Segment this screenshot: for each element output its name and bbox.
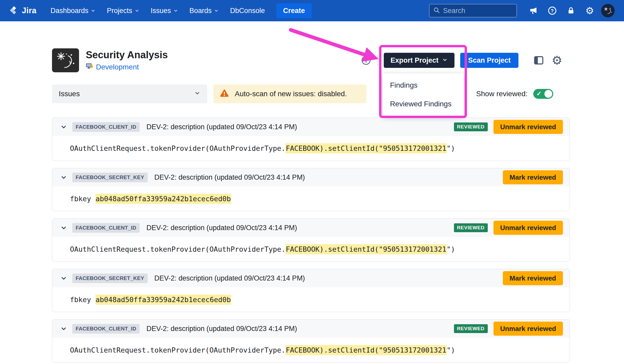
finding-title: DEV-2: description (updated 09/Oct/23 4:… <box>154 173 305 181</box>
controls-row: Issues Auto-scan of new issues: disabled… <box>52 84 570 103</box>
finding-card: FACEBOOK_CLIENT_ID DEV-2: description (u… <box>52 218 570 262</box>
finding-header: FACEBOOK_SECRET_KEY DEV-2: description (… <box>52 168 570 186</box>
finding-type-badge: FACEBOOK_SECRET_KEY <box>72 274 148 283</box>
nav-item-label: Projects <box>107 7 132 15</box>
finding-card: FACEBOOK_CLIENT_ID DEV-2: description (u… <box>52 118 570 161</box>
search-input[interactable] <box>443 7 513 15</box>
finding-header: FACEBOOK_CLIENT_ID DEV-2: description (u… <box>52 320 570 338</box>
header-actions: Export Project Findings Reviewed Finding… <box>360 53 570 68</box>
title-block: Security Analysis Development <box>86 49 168 72</box>
lock-icon[interactable] <box>564 3 578 18</box>
dropdown-item-findings[interactable]: Findings <box>383 76 464 95</box>
check-icon: ✓ <box>536 90 542 97</box>
nav-item-label: Dashboards <box>50 7 88 15</box>
show-reviewed-toggle[interactable]: ✓ <box>533 89 553 99</box>
finding-code: fbkey ab048ad50ffa33959a242b1ecec6ed0b <box>52 186 570 211</box>
code-post: ") <box>447 245 455 253</box>
review-toggle-button[interactable]: Unmark reviewed <box>493 120 563 134</box>
review-toggle-button[interactable]: Unmark reviewed <box>493 322 563 336</box>
page-header: Security Analysis Development <box>52 48 570 72</box>
chevron-down-icon[interactable] <box>60 325 67 332</box>
search-icon <box>433 7 440 15</box>
export-project-label: Export Project <box>391 56 439 64</box>
development-icon <box>86 63 93 72</box>
detail-view-icon[interactable] <box>532 54 545 67</box>
finding-card: FACEBOOK_SECRET_KEY DEV-2: description (… <box>52 168 570 211</box>
finding-header: FACEBOOK_CLIENT_ID DEV-2: description (u… <box>52 118 570 136</box>
finding-type-badge: FACEBOOK_CLIENT_ID <box>72 324 140 334</box>
code-pre: OAuthClientRequest.tokenProvider(OAuthPr… <box>70 245 285 253</box>
finding-type-badge: FACEBOOK_CLIENT_ID <box>72 122 140 132</box>
nav-item-dbconsole[interactable]: DbConsole <box>230 7 265 15</box>
finding-title: DEV-2: description (updated 09/Oct/23 4:… <box>146 224 297 232</box>
finding-header: FACEBOOK_SECRET_KEY DEV-2: description (… <box>52 269 570 287</box>
finding-title: DEV-2: description (updated 09/Oct/23 4:… <box>146 123 297 131</box>
nav-item-boards[interactable]: Boards <box>190 7 219 15</box>
code-post: ") <box>447 346 455 354</box>
title-group: Security Analysis Development <box>52 48 168 72</box>
chevron-down-icon <box>135 8 139 13</box>
export-dropdown-menu: Findings Reviewed Findings <box>383 73 464 116</box>
warning-text: Auto-scan of new issues: disabled. <box>235 90 347 98</box>
divider <box>378 54 378 66</box>
warning-icon <box>220 88 229 100</box>
issues-filter-value: Issues <box>59 90 80 98</box>
svg-text:?: ? <box>551 8 554 14</box>
reviewed-badge: REVIEWED <box>454 223 488 232</box>
chevron-down-icon[interactable] <box>60 275 67 282</box>
toggle-knob <box>544 90 552 98</box>
finding-code: OAuthClientRequest.tokenProvider(OAuthPr… <box>52 338 570 362</box>
announcements-icon[interactable] <box>526 3 541 18</box>
finding-card: FACEBOOK_SECRET_KEY DEV-2: description (… <box>52 269 570 312</box>
show-reviewed-label: Show reviewed: <box>476 90 528 98</box>
search-box[interactable] <box>429 4 517 17</box>
info-icon[interactable] <box>360 55 372 66</box>
chevron-down-icon <box>173 8 178 13</box>
chevron-down-icon <box>194 90 200 98</box>
scan-project-button[interactable]: Scan Project <box>460 53 518 68</box>
user-avatar[interactable] <box>601 4 615 17</box>
code-highlight: ab048ad50ffa33959a242b1ecec6ed0b <box>95 194 231 204</box>
finding-title: DEV-2: description (updated 09/Oct/23 4:… <box>146 325 297 333</box>
code-pre: OAuthClientRequest.tokenProvider(OAuthPr… <box>70 144 285 152</box>
code-pre: OAuthClientRequest.tokenProvider(OAuthPr… <box>70 346 285 354</box>
code-highlight: ab048ad50ffa33959a242b1ecec6ed0b <box>95 295 231 305</box>
jira-logo[interactable]: Jira <box>9 5 36 16</box>
project-avatar <box>52 48 79 72</box>
findings-list: FACEBOOK_CLIENT_ID DEV-2: description (u… <box>52 118 570 362</box>
code-highlight: FACEBOOK).setClientId("950513172001321 <box>285 345 447 355</box>
chevron-down-icon[interactable] <box>60 174 67 181</box>
nav-item-label: Boards <box>190 7 212 15</box>
jira-logo-text: Jira <box>22 6 36 15</box>
review-toggle-button[interactable]: Mark reviewed <box>503 271 563 285</box>
page-title: Security Analysis <box>86 49 168 61</box>
export-project-button[interactable]: Export Project <box>384 53 455 68</box>
project-link[interactable]: Development <box>86 63 168 72</box>
nav-item-dashboards[interactable]: Dashboards <box>50 7 95 15</box>
chevron-down-icon <box>91 8 95 13</box>
autoscan-warning-banner: Auto-scan of new issues: disabled. <box>213 84 366 103</box>
code-pre: fbkey <box>70 195 95 203</box>
code-pre: fbkey <box>70 296 95 304</box>
review-toggle-button[interactable]: Unmark reviewed <box>493 221 563 235</box>
help-icon[interactable]: ? <box>545 3 560 18</box>
show-reviewed-control: Show reviewed: ✓ <box>476 89 570 99</box>
reviewed-badge: REVIEWED <box>454 122 488 131</box>
top-navbar: Jira Dashboards Projects Issues Boards D… <box>0 0 624 21</box>
code-post: ") <box>447 144 455 152</box>
finding-header: FACEBOOK_CLIENT_ID DEV-2: description (u… <box>52 219 570 237</box>
page-settings-gear-icon[interactable]: ⚙ <box>551 54 563 67</box>
create-button[interactable]: Create <box>276 3 312 18</box>
jira-logo-icon <box>9 5 19 16</box>
nav-item-issues[interactable]: Issues <box>151 7 178 15</box>
review-toggle-button[interactable]: Mark reviewed <box>503 170 563 184</box>
nav-icons: ? ⚙ <box>526 3 615 18</box>
finding-card: FACEBOOK_CLIENT_ID DEV-2: description (u… <box>52 319 570 362</box>
chevron-down-icon[interactable] <box>60 224 67 231</box>
settings-gear-icon[interactable]: ⚙ <box>582 3 597 18</box>
issues-filter-select[interactable]: Issues <box>52 84 207 103</box>
chevron-down-icon <box>442 56 448 64</box>
dropdown-item-reviewed-findings[interactable]: Reviewed Findings <box>383 95 464 113</box>
chevron-down-icon[interactable] <box>60 124 67 130</box>
nav-item-projects[interactable]: Projects <box>107 7 139 15</box>
